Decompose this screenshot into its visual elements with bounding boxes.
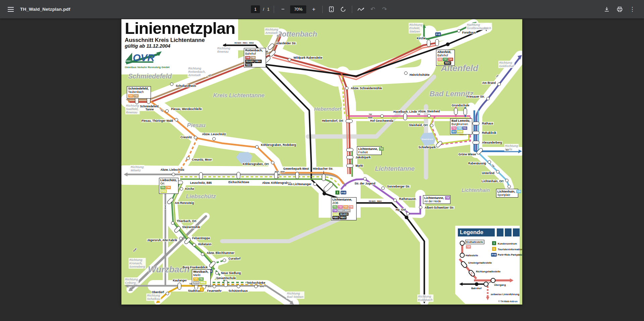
rotate-button[interactable]	[339, 5, 347, 14]
station-marker	[427, 114, 431, 117]
station-marker	[345, 87, 348, 90]
pdf-page[interactable]: SchmiedefeldRottenbachKreis Lichtentanne…	[121, 19, 522, 305]
toolbar-center-controls: 1 / 1 − 70% + ↶ ↷	[251, 0, 389, 18]
map-title: Liniennetzplan	[125, 20, 235, 37]
legend-minimap	[455, 226, 520, 304]
line-badge: RWB	[160, 190, 167, 193]
station-marker	[212, 137, 216, 141]
station-marker	[381, 186, 385, 190]
station-label: Alexanderberg	[482, 141, 502, 144]
divider	[322, 6, 323, 13]
line-number-label: 8340	[132, 248, 137, 252]
line-badge: 734	[166, 186, 171, 189]
station-label: Kirche	[185, 188, 194, 191]
station-marker	[380, 114, 384, 118]
line-number-label: RE4905 · RB61 · RB62	[234, 42, 254, 44]
map-subtitle: Ausschnitt Kreis Lichtentanne	[125, 37, 235, 43]
line-badge: RE4905	[339, 213, 348, 216]
station-marker	[213, 285, 216, 288]
download-icon	[604, 7, 609, 12]
divider	[352, 6, 352, 13]
legend-copyright: © TH-Wald-Add-on	[498, 300, 518, 303]
terminal-name: Markt	[193, 274, 209, 277]
menu-icon[interactable]	[5, 0, 16, 18]
station-marker	[476, 147, 483, 155]
station-marker	[237, 172, 240, 179]
station-marker	[171, 221, 174, 225]
divider	[274, 6, 274, 13]
page-number-input[interactable]: 1	[251, 5, 260, 13]
station-label: Kirche	[417, 37, 426, 40]
station-marker	[404, 71, 408, 75]
region-label: Lichtentanne	[375, 165, 415, 172]
terminal-box: Bad Lemnitz,Burgbrunnen732739741803RWB	[450, 118, 472, 135]
station-marker	[486, 97, 490, 100]
terminal-box: Lichtenhain,739Sportplatz	[496, 189, 518, 198]
station-label: Grundschule	[451, 104, 470, 107]
zoom-out-button[interactable]: −	[278, 5, 287, 14]
line-number-label: 732	[417, 113, 420, 115]
zoom-level[interactable]: 70%	[290, 5, 306, 13]
download-button[interactable]	[602, 5, 611, 14]
park-ride-icon: P+R	[435, 33, 441, 36]
station-marker	[346, 164, 354, 168]
line-badge: 740	[245, 56, 250, 59]
station-marker	[199, 172, 203, 179]
line-badge: 731	[199, 277, 204, 281]
ovr-logo-graphic: OVR	[125, 51, 168, 65]
terminal-box: Lichtentanne,731Freiheit	[357, 146, 382, 155]
zoom-in-button[interactable]: +	[309, 5, 318, 14]
station-marker	[271, 161, 274, 164]
station-marker	[215, 271, 219, 275]
direction-label: RichtungMitwitz	[130, 165, 145, 172]
station-label: Heinrichshütte	[409, 73, 430, 76]
terminal-box: Lichtentanne,ZOB73173273473573683378342R…	[331, 197, 357, 220]
station-marker	[173, 225, 181, 233]
legend-haltestelle-label: Haltestelle	[466, 254, 478, 257]
line-badge: 731	[379, 147, 384, 151]
station-label: Am Lichtenanger	[288, 183, 312, 186]
undo-button[interactable]: ↶	[368, 5, 377, 14]
direction-label: RichtungBad Steben	[286, 291, 304, 299]
station-marker	[274, 172, 278, 179]
station-marker	[208, 260, 216, 268]
station-label: Hohetann	[198, 243, 212, 246]
line-badge: RE4905	[245, 60, 255, 63]
more-options-button[interactable]: ⋮	[628, 5, 637, 14]
station-marker	[435, 39, 439, 46]
terminal-name: Sportplatz	[497, 194, 517, 197]
station-marker	[186, 157, 190, 160]
line-number-label: 732	[368, 113, 372, 115]
terminal-name: ZOB	[332, 202, 355, 205]
station-label: Wildpark Rabensleite	[293, 56, 323, 59]
station-marker	[346, 119, 353, 123]
station-label: Felsentreppe	[192, 237, 210, 240]
line-badge: 725	[193, 277, 198, 281]
station-marker	[296, 172, 299, 179]
station-marker	[170, 83, 173, 86]
terminal-name: Taubenbach	[128, 91, 150, 94]
terminal-name: Ort	[160, 182, 177, 185]
region-label: Rottenbach	[277, 30, 317, 39]
station-marker	[172, 173, 175, 176]
station-label: Grüne Wiese	[458, 153, 476, 156]
station-marker	[193, 243, 196, 247]
line-number-label: 741	[495, 74, 499, 78]
redo-button[interactable]: ↷	[380, 5, 389, 14]
pdf-toolbar: TH_Wald_Netzplan.pdf 1 / 1 − 70% +	[0, 0, 644, 18]
station-label: Teichschänke	[246, 281, 266, 284]
line-badge: 803	[451, 130, 457, 133]
print-button[interactable]	[615, 5, 624, 14]
terminal-name: Bahnhof	[245, 52, 265, 55]
annotate-button[interactable]	[357, 5, 365, 14]
station-label: Abzw. Blechhammer	[206, 252, 235, 255]
document-title: TH_Wald_Netzplan.pdf	[20, 0, 70, 18]
station-marker	[322, 174, 326, 181]
legend-park-ride-label: Park+Ride-Parkplatz	[498, 253, 522, 256]
terminal-box: Schmiedefeld,Taubenbach734743	[127, 86, 151, 99]
line-badge: RB62	[245, 63, 252, 67]
annotate-pen-icon	[358, 7, 364, 12]
fit-page-button[interactable]	[327, 5, 336, 14]
station-label: Schmiedefeld,Tanne	[140, 105, 160, 111]
station-label: Rehaklinik	[482, 131, 497, 135]
